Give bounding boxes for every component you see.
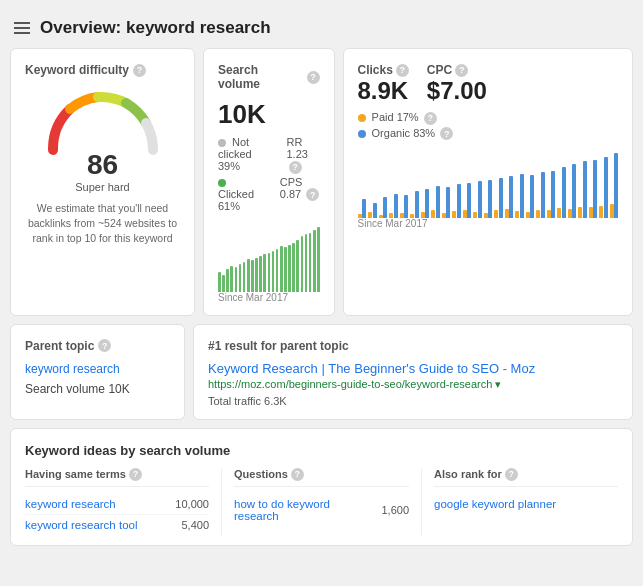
also-rank-keyword-1[interactable]: google keyword planner bbox=[434, 498, 556, 510]
difficulty-help-icon[interactable]: ? bbox=[133, 64, 146, 77]
dropdown-arrow-icon[interactable]: ▾ bbox=[495, 378, 501, 390]
organic-bar bbox=[583, 161, 587, 218]
clicks-bar-group bbox=[410, 191, 419, 218]
volume-not-clicked: Not clicked 39% bbox=[218, 136, 271, 174]
volume-bar bbox=[288, 245, 291, 292]
cpc-section: CPC ? $7.00 bbox=[427, 63, 487, 105]
organic-bar bbox=[457, 184, 461, 218]
organic-bar bbox=[404, 195, 408, 218]
paid-bar bbox=[515, 211, 519, 218]
volume-bar bbox=[296, 240, 299, 292]
volume-bar bbox=[272, 251, 275, 291]
volume-clicked: Clicked 61% bbox=[218, 176, 264, 212]
clicks-bar-group bbox=[578, 161, 587, 218]
result-title-link[interactable]: Keyword Research | The Beginner's Guide … bbox=[208, 361, 535, 376]
paid-bar bbox=[484, 213, 488, 218]
paid-bar bbox=[431, 210, 435, 218]
volume-bar bbox=[309, 233, 312, 292]
organic-bar bbox=[520, 174, 524, 218]
menu-icon[interactable] bbox=[14, 22, 30, 34]
difficulty-value: 86 bbox=[87, 151, 118, 179]
paid-bar bbox=[452, 211, 456, 218]
organic-bar bbox=[394, 194, 398, 218]
cpc-help-icon[interactable]: ? bbox=[455, 64, 468, 77]
clicks-bar-group bbox=[547, 171, 556, 218]
paid-bar bbox=[578, 207, 582, 218]
volume-rr: RR 1.23 ? bbox=[287, 136, 320, 174]
paid-bar bbox=[557, 208, 561, 218]
clicks-bar-group bbox=[526, 175, 535, 218]
organic-help-icon[interactable]: ? bbox=[440, 127, 453, 140]
questions-col: Questions ? how to do keyword research 1… bbox=[222, 468, 422, 535]
keyword-ideas-columns: Having same terms ? keyword research 10,… bbox=[25, 468, 618, 535]
parent-topic-help-icon[interactable]: ? bbox=[98, 339, 111, 352]
clicks-bar-group bbox=[379, 197, 388, 218]
header: Overview: keyword research bbox=[10, 10, 633, 48]
volume-bar bbox=[239, 264, 242, 291]
volume-bar bbox=[230, 266, 233, 292]
clicks-bar-group bbox=[589, 160, 598, 218]
result-traffic: Total traffic 6.3K bbox=[208, 395, 618, 407]
list-item: google keyword planner bbox=[434, 494, 618, 514]
volume-bar bbox=[251, 260, 254, 291]
rr-help-icon[interactable]: ? bbox=[289, 161, 302, 174]
parent-search-volume: Search volume 10K bbox=[25, 382, 170, 396]
clicks-bar-group bbox=[463, 183, 472, 218]
clicks-help-icon[interactable]: ? bbox=[396, 64, 409, 77]
paid-dot bbox=[358, 114, 366, 122]
organic-bar bbox=[436, 186, 440, 218]
list-item: keyword research tool 5,400 bbox=[25, 515, 209, 535]
result-card: #1 result for parent topic Keyword Resea… bbox=[193, 324, 633, 420]
volume-bar bbox=[292, 243, 295, 292]
also-rank-help-icon[interactable]: ? bbox=[505, 468, 518, 481]
organic-bar bbox=[562, 167, 566, 218]
clicks-bar-group bbox=[389, 194, 398, 218]
questions-keyword-1[interactable]: how to do keyword research bbox=[234, 498, 373, 522]
volume-meta: Not clicked 39% RR 1.23 ? bbox=[218, 136, 320, 174]
volume-bar bbox=[317, 227, 320, 292]
volume-bar bbox=[222, 275, 225, 291]
volume-help-icon[interactable]: ? bbox=[307, 71, 320, 84]
parent-topic-link[interactable]: keyword research bbox=[25, 362, 120, 376]
cps-help-icon[interactable]: ? bbox=[306, 188, 319, 201]
volume-bar bbox=[305, 234, 308, 291]
organic-bar bbox=[488, 180, 492, 218]
keyword-ideas-title: Keyword ideas by search volume bbox=[25, 443, 618, 458]
top-row: Keyword difficulty ? 86 bbox=[10, 48, 633, 316]
paid-help-icon[interactable]: ? bbox=[424, 112, 437, 125]
clicks-label: Clicks ? bbox=[358, 63, 409, 77]
keyword-ideas-card: Keyword ideas by search volume Having sa… bbox=[10, 428, 633, 546]
volume-bar bbox=[218, 272, 221, 292]
same-terms-keyword-2[interactable]: keyword research tool bbox=[25, 519, 138, 531]
clicks-bar-group bbox=[400, 195, 409, 218]
result-card-title: #1 result for parent topic bbox=[208, 339, 618, 353]
volume-bar bbox=[263, 254, 266, 292]
organic-bar bbox=[383, 197, 387, 218]
organic-bar bbox=[593, 160, 597, 218]
clicks-bar-group bbox=[421, 189, 430, 218]
paid-bar bbox=[526, 212, 530, 218]
clicks-meta-2: Organic 83% ? bbox=[358, 127, 619, 141]
organic-bar bbox=[551, 171, 555, 218]
page-wrapper: Overview: keyword research Keyword diffi… bbox=[0, 0, 643, 556]
paid-bar bbox=[463, 210, 467, 218]
cpc-value: $7.00 bbox=[427, 77, 487, 105]
questions-help-icon[interactable]: ? bbox=[291, 468, 304, 481]
paid-bar bbox=[494, 210, 498, 218]
organic-bar bbox=[499, 178, 503, 218]
paid-bar bbox=[505, 209, 509, 218]
volume-bar bbox=[243, 262, 246, 291]
volume-cps: CPS 0.87 ? bbox=[280, 176, 320, 212]
same-terms-help-icon[interactable]: ? bbox=[129, 468, 142, 481]
volume-chart-wrapper bbox=[218, 222, 320, 292]
organic-dot bbox=[358, 130, 366, 138]
clicks-bar-group bbox=[431, 186, 440, 218]
clicks-bar-group bbox=[557, 167, 566, 218]
result-link[interactable]: Keyword Research | The Beginner's Guide … bbox=[208, 361, 618, 376]
same-terms-keyword-1[interactable]: keyword research bbox=[25, 498, 116, 510]
paid-bar bbox=[473, 212, 477, 218]
organic-bar bbox=[572, 164, 576, 218]
also-rank-col: Also rank for ? google keyword planner bbox=[422, 468, 618, 535]
clicks-bar-group bbox=[494, 178, 503, 218]
difficulty-card-title: Keyword difficulty ? bbox=[25, 63, 180, 77]
